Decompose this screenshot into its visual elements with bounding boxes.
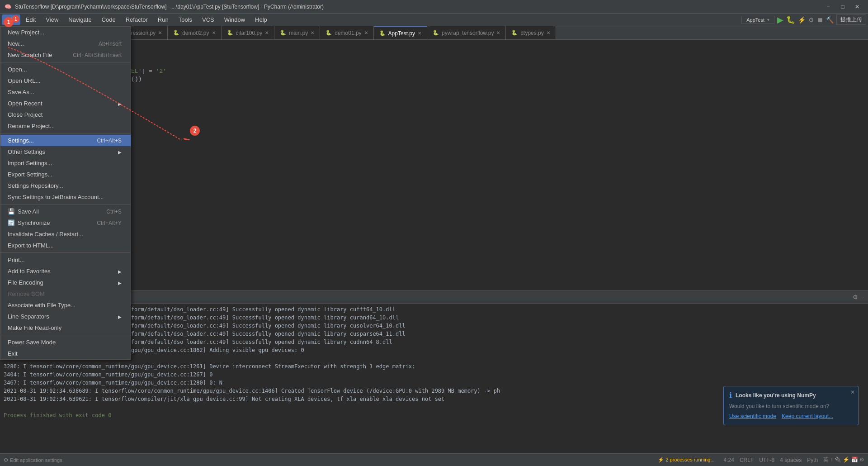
python-version[interactable]: Pyth bbox=[807, 457, 818, 463]
menu-other-settings[interactable]: Other Settings bbox=[0, 146, 131, 157]
menu-make-read-only[interactable]: Make File Read-only bbox=[0, 322, 131, 333]
menu-exit[interactable]: Exit bbox=[0, 348, 131, 359]
tab-close-pywrap[interactable]: ✕ bbox=[496, 30, 500, 35]
sys-tray-icons: 英 ↑ 🔌 ⚡ 📅 ⚙ bbox=[823, 456, 864, 464]
run-button[interactable]: ▶ bbox=[777, 15, 783, 25]
menu-item-navigate[interactable]: Navigate bbox=[64, 14, 96, 25]
menu-open[interactable]: Open... bbox=[0, 64, 131, 75]
tooltip-close-button[interactable]: ✕ bbox=[850, 389, 855, 395]
file-encoding[interactable]: UTF-8 bbox=[759, 457, 774, 463]
separator-1 bbox=[0, 62, 131, 62]
tab-close-dtypes[interactable]: ✕ bbox=[547, 30, 550, 35]
menu-new-scratch[interactable]: New Scratch File Ctrl+Alt+Shift+Insert bbox=[0, 49, 131, 61]
console-line-9: 3404: I tensorflow/core/common_runtime/g… bbox=[4, 371, 864, 379]
tab-demo01[interactable]: 🐍 demo01.py ✕ bbox=[320, 26, 373, 40]
run-coverage-button[interactable]: ⚡ bbox=[798, 16, 806, 24]
other-settings-arrow bbox=[118, 148, 122, 155]
processes-indicator[interactable]: ⚡ 2 processes running... bbox=[654, 456, 718, 464]
menu-remove-bom: Remove BOM bbox=[0, 288, 131, 300]
menu-export-html[interactable]: Export to HTML... bbox=[0, 240, 131, 251]
menu-line-separators[interactable]: Line Separators bbox=[0, 311, 131, 322]
line-ending[interactable]: CRLF bbox=[740, 457, 754, 463]
indent-settings[interactable]: 4 spaces bbox=[780, 457, 802, 463]
menu-power-save[interactable]: Power Save Mode bbox=[0, 337, 131, 348]
push-button[interactable]: 提推上传 bbox=[836, 14, 866, 25]
tab-close-apptest[interactable]: ✕ bbox=[418, 31, 421, 36]
menu-synchronize[interactable]: 🔄 Synchronize Ctrl+Alt+Y bbox=[0, 217, 131, 228]
menu-item-window[interactable]: Window bbox=[220, 14, 250, 25]
stop-button[interactable]: ⏹ bbox=[817, 16, 823, 24]
code-editor[interactable]: import tensorflow as tf import os os.env… bbox=[18, 40, 868, 290]
menu-new[interactable]: New... Alt+Insert bbox=[0, 38, 131, 49]
run-config-label: AppTest bbox=[746, 17, 764, 23]
line-sep-arrow bbox=[118, 313, 122, 320]
menu-item-view[interactable]: View bbox=[41, 14, 63, 25]
code-line-5: print(tf.test.is_gpu_available()) bbox=[18, 75, 868, 83]
minimize-button[interactable]: − bbox=[822, 2, 835, 11]
menu-save-as[interactable]: Save As... bbox=[0, 86, 131, 98]
open-recent-arrow bbox=[118, 100, 122, 107]
keep-layout-link[interactable]: Keep current layout... bbox=[782, 412, 833, 420]
annotation-badge-2: 2 bbox=[190, 126, 200, 136]
menu-close-project[interactable]: Close Project bbox=[0, 109, 131, 120]
menu-item-tools[interactable]: Tools bbox=[174, 14, 197, 25]
menu-item-refactor[interactable]: Refactor bbox=[121, 14, 152, 25]
menu-rename-project[interactable]: Rename Project... bbox=[0, 120, 131, 132]
tab-dtypes[interactable]: 🐍 dtypes.py ✕ bbox=[506, 26, 556, 40]
tab-close-linreg[interactable]: ✕ bbox=[158, 30, 162, 35]
menu-item-vcs[interactable]: VCS bbox=[198, 14, 219, 25]
tab-main[interactable]: 🐍 main.py ✕ bbox=[274, 26, 320, 40]
tab-pywrap[interactable]: 🐍 pywrap_tensorflow.py ✕ bbox=[427, 26, 506, 40]
tooltip-title: Looks like you're using NumPy bbox=[736, 392, 816, 399]
menu-settings[interactable]: Settings... Ctrl+Alt+S bbox=[0, 135, 131, 146]
menu-print[interactable]: Print... bbox=[0, 254, 131, 266]
tab-label-cifar100: cifar100.py bbox=[236, 30, 263, 36]
menu-file-encoding[interactable]: File Encoding bbox=[0, 277, 131, 288]
code-line-1: import tensorflow as tf bbox=[18, 44, 868, 52]
tab-close-demo01[interactable]: ✕ bbox=[364, 30, 368, 35]
menu-settings-repo[interactable]: Settings Repository... bbox=[0, 180, 131, 191]
profile-button[interactable]: ⚙ bbox=[808, 16, 814, 24]
save-all-icon: 💾 bbox=[8, 208, 15, 215]
menu-export-settings[interactable]: Export Settings... bbox=[0, 169, 131, 180]
scientific-mode-link[interactable]: Use scientific mode bbox=[729, 412, 776, 420]
menu-item-help[interactable]: Help bbox=[250, 14, 272, 25]
menu-sync-settings[interactable]: Sync Settings to JetBrains Account... bbox=[0, 191, 131, 203]
title-bar-left: 🧠 StuTensorflow [D:\program\Pycharm\work… bbox=[5, 4, 324, 10]
tab-close-main[interactable]: ✕ bbox=[311, 30, 314, 35]
tab-close-demo02[interactable]: ✕ bbox=[212, 30, 216, 35]
console-settings-icon[interactable]: ⚙ bbox=[853, 294, 858, 300]
debug-button[interactable]: 🐛 bbox=[786, 15, 795, 24]
menu-bar: File 1 Edit View Navigate Code Refactor … bbox=[0, 14, 868, 26]
tab-apptest[interactable]: 🐍 AppTest.py ✕ bbox=[374, 26, 427, 40]
tab-demo02[interactable]: 🐍 demo02.py ✕ bbox=[168, 26, 221, 40]
menu-invalidate-caches[interactable]: Invalidate Caches / Restart... bbox=[0, 228, 131, 240]
tab-label-main: main.py bbox=[289, 30, 308, 36]
menu-add-favorites[interactable]: Add to Favorites bbox=[0, 266, 131, 277]
annotation-badge-1: 1 bbox=[4, 17, 14, 27]
close-button[interactable]: ✕ bbox=[851, 2, 863, 11]
menu-associate-filetype[interactable]: Associate with File Type... bbox=[0, 300, 131, 311]
code-line-2: import os bbox=[18, 52, 868, 60]
menu-item-run[interactable]: Run bbox=[153, 14, 173, 25]
tab-cifar100[interactable]: 🐍 cifar100.py ✕ bbox=[222, 26, 275, 40]
menu-item-edit[interactable]: Edit bbox=[21, 14, 40, 25]
status-edit-settings[interactable]: ⚙ Edit application settings bbox=[4, 457, 62, 463]
menu-open-recent[interactable]: Open Recent bbox=[0, 98, 131, 109]
window-title: StuTensorflow [D:\program\Pycharm\worksp… bbox=[15, 4, 324, 10]
menu-item-code[interactable]: Code bbox=[97, 14, 120, 25]
tab-close-cifar100[interactable]: ✕ bbox=[265, 30, 269, 35]
build-button[interactable]: 🔨 bbox=[826, 16, 834, 24]
menu-save-all[interactable]: 💾 Save All Ctrl+S bbox=[0, 206, 131, 217]
console-line-7 bbox=[4, 354, 864, 362]
menu-import-settings[interactable]: Import Settings... bbox=[0, 157, 131, 169]
tab-label-apptest: AppTest.py bbox=[388, 30, 415, 37]
title-bar-controls: − □ ✕ bbox=[822, 2, 863, 11]
chevron-down-icon: ▾ bbox=[767, 17, 769, 22]
menu-new-project[interactable]: New Project... bbox=[0, 27, 131, 38]
run-config-selector[interactable]: AppTest ▾ bbox=[741, 16, 774, 24]
maximize-button[interactable]: □ bbox=[836, 2, 849, 11]
menu-open-url[interactable]: Open URL... bbox=[0, 75, 131, 86]
tab-label-dtypes: dtypes.py bbox=[520, 30, 543, 36]
console-close-icon[interactable]: − bbox=[861, 294, 864, 300]
